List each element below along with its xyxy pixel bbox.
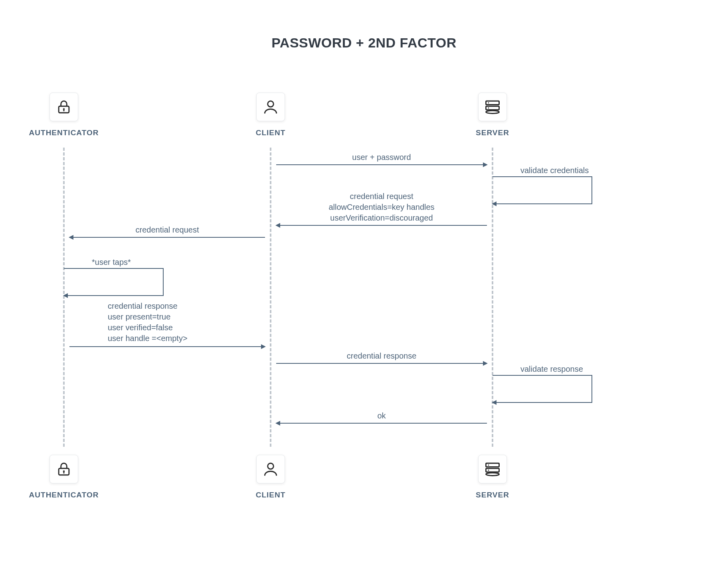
message-arrow-m7 <box>276 363 487 364</box>
lane-label-authenticator-bottom: AUTHENTICATOR <box>29 491 99 499</box>
message-label-m1: user + password <box>352 152 411 163</box>
lane-label-server-top: SERVER <box>476 128 509 137</box>
message-label-m2: validate credentials <box>520 165 589 176</box>
lane-label-authenticator-top: AUTHENTICATOR <box>29 128 99 137</box>
lock-icon <box>49 93 78 121</box>
lane-label-server-bottom: SERVER <box>476 491 509 499</box>
svg-rect-14 <box>486 468 499 472</box>
svg-point-7 <box>488 107 489 108</box>
server-icon <box>478 93 507 121</box>
svg-rect-5 <box>486 106 499 110</box>
svg-point-15 <box>488 464 489 465</box>
svg-rect-4 <box>486 101 499 105</box>
message-arrow-m6 <box>69 346 265 347</box>
lane-label-client-bottom: CLIENT <box>256 491 286 499</box>
message-arrow-m9 <box>276 423 487 424</box>
svg-point-1 <box>63 108 65 110</box>
svg-rect-13 <box>486 463 499 467</box>
lane-label-client-top: CLIENT <box>256 128 286 137</box>
svg-point-6 <box>488 102 489 103</box>
message-arrow-m1 <box>276 164 487 165</box>
svg-point-17 <box>486 473 499 475</box>
lifeline-client <box>270 148 271 447</box>
diagram-title: PASSWORD + 2ND FACTOR <box>0 35 728 51</box>
svg-point-10 <box>63 470 65 472</box>
message-label-m8: validate response <box>520 364 583 375</box>
message-label-m6: credential response user present=true us… <box>108 301 188 344</box>
lock-icon <box>49 455 78 483</box>
self-message-m5 <box>64 268 164 296</box>
message-arrow-m4 <box>69 237 265 238</box>
message-label-m7: credential response <box>347 351 417 361</box>
user-icon <box>256 93 285 121</box>
message-label-m4: credential request <box>136 225 199 235</box>
svg-point-8 <box>486 110 499 113</box>
message-label-m9: ok <box>377 410 386 421</box>
message-label-m5: *user taps* <box>92 257 131 268</box>
svg-point-3 <box>268 101 274 107</box>
self-message-m8 <box>493 375 592 403</box>
message-label-m3: credential request allowCredentials=key … <box>328 191 434 223</box>
message-arrow-m3 <box>276 225 487 226</box>
user-icon <box>256 455 285 483</box>
self-message-m2 <box>493 176 592 204</box>
svg-point-12 <box>268 463 274 469</box>
server-icon <box>478 455 507 483</box>
svg-point-16 <box>488 469 489 471</box>
